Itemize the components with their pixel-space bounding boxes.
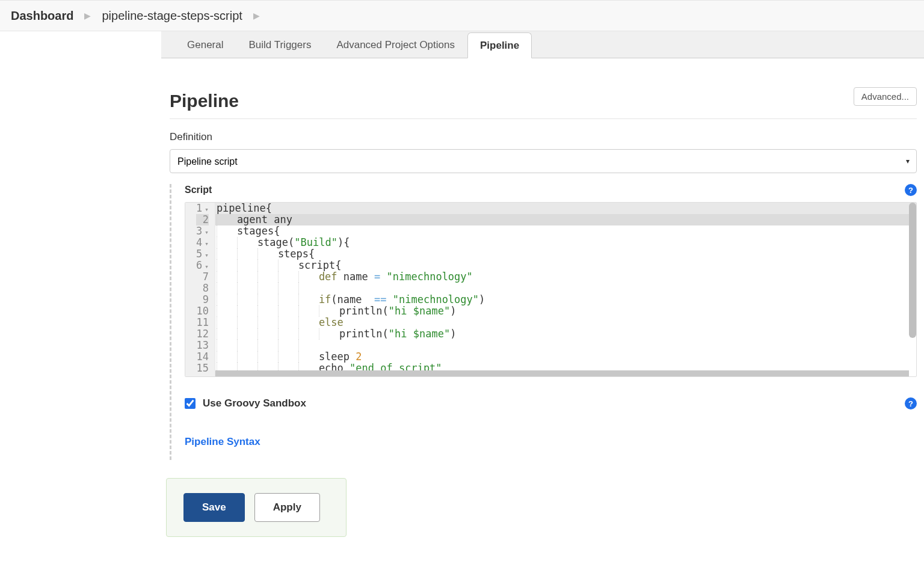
breadcrumb: Dashboard ▶ pipeline-stage-steps-script … [0,0,924,31]
page-title: Pipeline [170,91,917,111]
editor-code[interactable]: pipeline{agent anystages{stage("Build"){… [215,203,916,376]
advanced-button[interactable]: Advanced... [854,87,917,106]
definition-label: Definition [170,131,917,143]
tab-advanced-project-options[interactable]: Advanced Project Options [324,32,467,58]
apply-button[interactable]: Apply [254,493,320,522]
chevron-right-icon: ▶ [253,11,260,20]
action-bar: Save Apply [166,478,346,537]
config-tabs: General Build Triggers Advanced Project … [161,31,924,58]
use-groovy-sandbox-label: Use Groovy Sandbox [203,397,306,409]
breadcrumb-dashboard[interactable]: Dashboard [11,9,73,23]
scrollbar-horizontal[interactable] [215,370,909,376]
use-groovy-sandbox-checkbox[interactable] [185,398,196,409]
save-button[interactable]: Save [183,493,245,522]
tab-pipeline[interactable]: Pipeline [467,32,532,58]
editor-gutter: 1▾23▾4▾5▾6▾789101112131415 [185,203,215,376]
chevron-right-icon: ▶ [84,11,91,20]
script-editor[interactable]: 1▾23▾4▾5▾6▾789101112131415 pipeline{agen… [185,202,917,377]
scrollbar-vertical[interactable] [909,203,916,338]
tab-general[interactable]: General [174,32,236,58]
breadcrumb-project[interactable]: pipeline-stage-steps-script [102,9,242,23]
left-sidebar-placeholder [0,31,161,537]
help-icon[interactable]: ? [905,397,917,409]
divider [170,118,917,119]
tab-build-triggers[interactable]: Build Triggers [236,32,324,58]
pipeline-syntax-link[interactable]: Pipeline Syntax [185,436,260,448]
script-label: Script [185,185,212,195]
help-icon[interactable]: ? [905,184,917,196]
definition-select[interactable]: Pipeline script [170,149,917,173]
